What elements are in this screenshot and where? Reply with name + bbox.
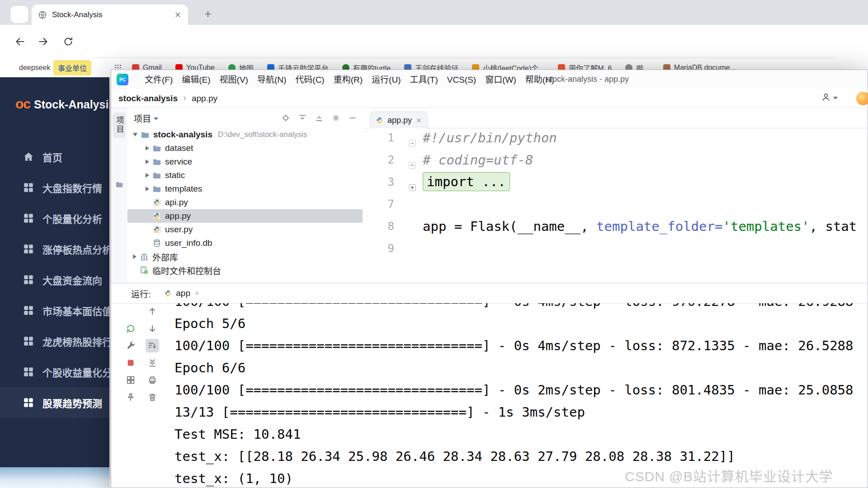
chevron-collapsed-icon[interactable]: [146, 173, 149, 178]
breadcrumb-root[interactable]: stock-analysis: [118, 94, 178, 103]
code-line: 9: [363, 238, 868, 260]
chevron-collapsed-icon[interactable]: [133, 254, 137, 259]
collapse-all-icon[interactable]: [315, 113, 324, 122]
console-line: Epoch 6/6: [175, 357, 245, 379]
clear-trash-icon[interactable]: [146, 390, 159, 404]
editor-tab-app-py[interactable]: app.py: [370, 112, 428, 128]
hide-panel-icon[interactable]: [348, 113, 357, 122]
grid-icon: [23, 182, 34, 193]
grid-icon: [23, 335, 34, 347]
database-icon: [152, 239, 161, 248]
tree-item-app-py[interactable]: app.py: [127, 209, 363, 223]
webapp-logo[interactable]: oc Stock-Analysis: [15, 96, 109, 112]
ide-menu-bar: PC 文件(F) 编辑(E) 视图(V) 导航(N) 代码(C) 重构(R) 运…: [111, 70, 868, 89]
settings-wrench-icon[interactable]: [124, 339, 137, 352]
back-button[interactable]: [11, 33, 29, 51]
avatar[interactable]: [856, 92, 868, 105]
refresh-button[interactable]: [59, 33, 77, 51]
breadcrumb: stock-analysis app.py: [111, 89, 868, 108]
breadcrumb-file[interactable]: app.py: [192, 94, 217, 103]
menu-edit[interactable]: 编辑(E): [177, 70, 215, 89]
menu-code[interactable]: 代码(C): [291, 70, 329, 89]
menu-run[interactable]: 运行(U): [367, 70, 405, 89]
scroll-down-icon[interactable]: [146, 322, 159, 335]
folder-icon[interactable]: [115, 180, 123, 190]
menu-window[interactable]: 窗口(W): [481, 70, 521, 89]
tool-window-strip: 项目: [111, 108, 128, 283]
tab-close-icon[interactable]: [174, 11, 182, 19]
editor: app.py 1 #!/usr/bin/python 2 # coding=ut…: [363, 108, 868, 283]
settings-gear-icon[interactable]: [331, 113, 340, 122]
browser-nav-bar: 127.0.0.1:5000/stock_predict: [0, 25, 868, 58]
project-panel-title[interactable]: 项目: [134, 112, 151, 124]
tree-item-templates[interactable]: templates: [127, 182, 363, 196]
run-console: 100/100 [==============================]…: [175, 303, 868, 488]
tree-item-dataset[interactable]: dataset: [127, 141, 363, 155]
chevron-collapsed-icon[interactable]: [146, 160, 149, 164]
tree-item-api-py[interactable]: api.py: [127, 196, 363, 209]
layout-grid-icon[interactable]: [124, 373, 137, 387]
forward-button[interactable]: [34, 33, 52, 51]
chevron-collapsed-icon[interactable]: [146, 146, 149, 150]
logo-mark: oc: [15, 96, 30, 112]
folded-imports-region[interactable]: import ...: [423, 172, 510, 191]
menu-refactor[interactable]: 重构(R): [329, 70, 367, 89]
scroll-up-icon[interactable]: [146, 305, 159, 318]
project-panel-actions: [281, 113, 357, 122]
run-tab-app[interactable]: app: [164, 288, 200, 298]
sidebar-item-home[interactable]: 首页: [0, 141, 109, 172]
sidebar-item-market-index[interactable]: 大盘指数行情: [0, 172, 109, 203]
filter-sort-icon[interactable]: [146, 339, 159, 352]
user-menu[interactable]: [821, 92, 838, 103]
tab-close-icon[interactable]: [416, 117, 422, 123]
tree-item-user-py[interactable]: user.py: [127, 223, 363, 236]
menu-file[interactable]: 文件(F): [140, 70, 177, 89]
logo-text: Stock-Analysis: [34, 98, 109, 111]
sidebar-item-stock-trend-predict[interactable]: 股票趋势预测: [0, 387, 109, 418]
browser-tab[interactable]: Stock-Analysis: [32, 5, 188, 25]
bookmark-highlighted[interactable]: 事业单位: [53, 58, 91, 77]
menu-vcs[interactable]: VCS(S): [443, 70, 481, 89]
tree-item-root[interactable]: stock-analysis D:\dev_soft\stock-analysi…: [127, 128, 363, 141]
chevron-expanded-icon[interactable]: [133, 133, 137, 136]
tab-search-chip[interactable]: [11, 6, 28, 23]
menu-view[interactable]: 视图(V): [215, 70, 253, 89]
sidebar-item-limitup-hotspots[interactable]: 涨停板热点分析: [0, 234, 109, 264]
tab-close-icon[interactable]: [194, 291, 200, 296]
tool-window-tab-project[interactable]: 项目: [113, 113, 126, 138]
project-panel-header: 项目: [127, 108, 363, 128]
grid-icon: [23, 305, 34, 316]
chevron-collapsed-icon[interactable]: [146, 187, 149, 191]
sidebar-item-dragon-tiger-rank[interactable]: 龙虎榜热股排行: [0, 326, 109, 357]
menu-tools[interactable]: 工具(T): [405, 70, 442, 89]
menu-navigate[interactable]: 导航(N): [253, 70, 291, 89]
bookmark-deepseek[interactable]: deepseek: [19, 58, 50, 77]
pin-icon[interactable]: [124, 390, 137, 404]
grid-icon: [23, 243, 34, 255]
tab-favicon-globe-icon: [38, 10, 47, 19]
sidebar-item-stock-quant[interactable]: 个股量化分析: [0, 203, 109, 234]
scroll-to-end-icon[interactable]: [146, 356, 159, 370]
tree-item-static[interactable]: static: [127, 169, 363, 182]
sidebar-item-stock-return-quant[interactable]: 个股收益量化分析: [0, 357, 109, 387]
console-line: 100/100 [==============================]…: [175, 379, 854, 401]
pycharm-logo[interactable]: PC: [117, 74, 128, 85]
rerun-button[interactable]: [124, 322, 137, 335]
grid-icon: [23, 212, 34, 224]
sidebar-item-fundamental-valuation[interactable]: 市场基本面估值: [0, 295, 109, 326]
sidebar-item-capital-flow[interactable]: 大盘资金流向: [0, 264, 109, 295]
editor-tab-bar: app.py: [363, 108, 868, 128]
stop-button[interactable]: [124, 356, 137, 370]
python-file-icon: [152, 225, 161, 234]
tree-item-user-info-db[interactable]: user_info.db: [127, 236, 363, 250]
tree-item-service[interactable]: service: [127, 155, 363, 169]
library-icon: [140, 252, 149, 261]
print-icon[interactable]: [146, 373, 159, 387]
tree-item-external-libraries[interactable]: 外部库: [127, 250, 363, 263]
expand-all-icon[interactable]: [298, 113, 307, 122]
grid-icon: [23, 274, 34, 286]
locate-file-icon[interactable]: [281, 113, 290, 122]
chevron-down-icon: [154, 117, 158, 120]
new-tab-button[interactable]: [200, 6, 216, 22]
tree-item-scratches-and-consoles[interactable]: 临时文件和控制台: [127, 263, 363, 277]
